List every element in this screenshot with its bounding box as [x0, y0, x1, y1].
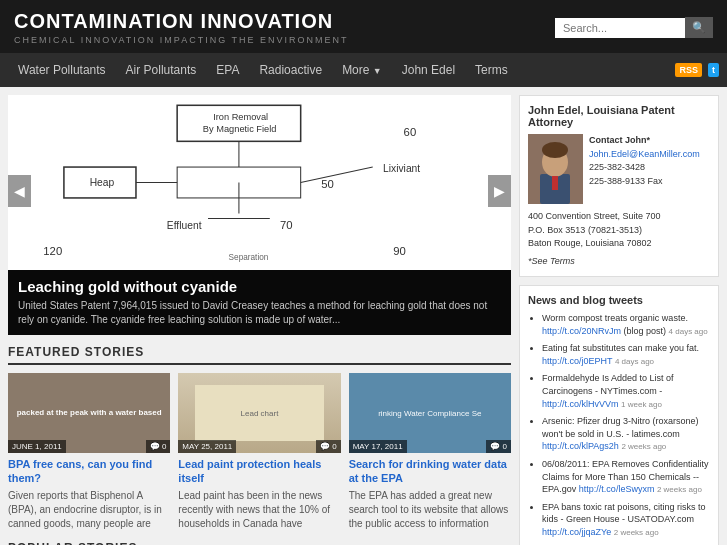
story-card-3: rinking Water Compliance Se MAY 17, 2011…: [349, 373, 511, 531]
news-text: Formaldehyde Is Added to List of Carcino…: [542, 373, 674, 396]
john-phone2: 225-388-9133 Fax: [589, 175, 700, 189]
john-phone1: 225-382-3428: [589, 161, 700, 175]
svg-rect-23: [552, 176, 558, 190]
story-grid: packed at the peak with a water based JU…: [8, 373, 511, 531]
search-button[interactable]: 🔍: [685, 17, 713, 38]
sidebar-john-box: John Edel, Louisiana Patent Attorney: [519, 95, 719, 277]
main-layout: ◀ Iron Removal By Magnetic Field Heap 60…: [0, 87, 727, 545]
search-input[interactable]: [555, 18, 685, 38]
news-age: 2 weeks ago: [621, 442, 666, 451]
slideshow: ◀ Iron Removal By Magnetic Field Heap 60…: [8, 95, 511, 335]
story-card-2: Lead chart MAY 25, 2011 💬 0 Lead paint p…: [178, 373, 340, 531]
news-link[interactable]: http://t.co/j0EPHT: [542, 356, 612, 366]
news-age: 2 weeks ago: [657, 485, 702, 494]
svg-text:70: 70: [280, 219, 293, 231]
news-link[interactable]: http://t.co/jjqaZYe: [542, 527, 611, 537]
story-excerpt-2: Lead paint has been in the news recently…: [178, 489, 340, 531]
john-note: *See Terms: [528, 255, 710, 269]
news-link[interactable]: http://t.co/klPAgs2h: [542, 441, 619, 451]
news-link[interactable]: http://t.co/20NRvJm: [542, 326, 621, 336]
story-thumb-2[interactable]: Lead chart MAY 25, 2011 💬 0: [178, 373, 340, 453]
svg-line-14: [301, 167, 373, 182]
nav-john-edel[interactable]: John Edel: [392, 53, 465, 87]
news-age: 2 weeks ago: [614, 528, 659, 537]
svg-text:Iron Removal: Iron Removal: [213, 112, 268, 122]
news-link[interactable]: http://t.co/klHvVVm: [542, 399, 619, 409]
story-date-3: MAY 17, 2011: [349, 440, 407, 453]
john-profile: Contact John* John.Edel@KeanMiller.com 2…: [528, 134, 710, 204]
news-age: 4 days ago: [669, 327, 708, 336]
story-title-2[interactable]: Lead paint protection heals itself: [178, 457, 340, 486]
slide-next-button[interactable]: ▶: [488, 175, 511, 207]
rss-icon[interactable]: RSS: [675, 63, 702, 77]
john-email[interactable]: John.Edel@KeanMiller.com: [589, 149, 700, 159]
svg-text:60: 60: [404, 126, 417, 138]
story-excerpt-1: Given reports that Bisphenol A (BPA), an…: [8, 489, 170, 531]
news-list: Worm compost treats organic waste. http:…: [528, 312, 710, 545]
news-age: 1 week ago: [621, 400, 662, 409]
site-header: CONTAMINATION INNOVATION CHEMICAL INNOVA…: [0, 0, 727, 53]
list-item: 06/08/2011: EPA Removes Confidentiality …: [542, 458, 710, 496]
john-address2: P.O. Box 3513 (70821-3513): [528, 224, 710, 238]
nav-bar: Water Pollutants Air Pollutants EPA Radi…: [0, 53, 727, 87]
john-contact-label: Contact John*: [589, 134, 700, 148]
lead-chart: Lead chart: [241, 409, 279, 418]
featured-stories-section: FEATURED STORIES packed at the peak with…: [8, 345, 511, 531]
svg-text:Heap: Heap: [90, 177, 115, 188]
nav-more[interactable]: More ▼: [332, 53, 392, 87]
more-dropdown-icon: ▼: [373, 66, 382, 76]
nav-epa[interactable]: EPA: [206, 53, 249, 87]
news-link[interactable]: http://t.co/leSwyxm: [579, 484, 655, 494]
john-address1: 400 Convention Street, Suite 700: [528, 210, 710, 224]
news-text: Arsenic: Pfizer drug 3-Nitro (roxarsone)…: [542, 416, 699, 439]
nav-air-pollutants[interactable]: Air Pollutants: [116, 53, 207, 87]
news-age: 4 days ago: [615, 357, 654, 366]
slide-overlay: Leaching gold without cyanide United Sta…: [8, 270, 511, 335]
svg-text:Lixiviant: Lixiviant: [383, 163, 420, 174]
slide-title: Leaching gold without cyanide: [18, 278, 501, 295]
svg-text:Separation: Separation: [229, 253, 269, 262]
slide-description: United States Patent 7,964,015 issued to…: [18, 299, 501, 327]
svg-text:Effluent: Effluent: [167, 220, 202, 231]
svg-text:90: 90: [393, 245, 406, 257]
news-text: EPA bans toxic rat poisons, citing risks…: [542, 502, 705, 525]
john-avatar-svg: [528, 134, 583, 204]
story-title-1[interactable]: BPA free cans, can you find them?: [8, 457, 170, 486]
popular-heading: POPULAR STORIES: [8, 541, 511, 545]
site-title: CONTAMINATION INNOVATION: [14, 10, 349, 33]
story-date-1: JUNE 1, 2011: [8, 440, 66, 453]
svg-point-22: [542, 142, 568, 158]
diagram-svg: Iron Removal By Magnetic Field Heap 60 5…: [8, 95, 511, 270]
twitter-icon[interactable]: t: [708, 63, 719, 77]
story-comments-2: 💬 0: [316, 440, 341, 453]
content-area: ◀ Iron Removal By Magnetic Field Heap 60…: [8, 95, 511, 545]
sidebar: John Edel, Louisiana Patent Attorney: [519, 95, 719, 545]
slide-prev-button[interactable]: ◀: [8, 175, 31, 207]
list-item: Formaldehyde Is Added to List of Carcino…: [542, 372, 710, 410]
list-item: EPA bans toxic rat poisons, citing risks…: [542, 501, 710, 539]
story-thumb-3[interactable]: rinking Water Compliance Se MAY 17, 2011…: [349, 373, 511, 453]
site-tagline: CHEMICAL INNOVATION IMPACTING THE ENVIRO…: [14, 35, 349, 45]
news-heading: News and blog tweets: [528, 294, 710, 306]
featured-heading: FEATURED STORIES: [8, 345, 511, 365]
nav-water-pollutants[interactable]: Water Pollutants: [8, 53, 116, 87]
john-heading: John Edel, Louisiana Patent Attorney: [528, 104, 710, 128]
svg-text:50: 50: [321, 178, 334, 190]
john-photo: [528, 134, 583, 204]
thumb-text-3: rinking Water Compliance Se: [378, 409, 481, 418]
list-item: Eating fat substitutes can make you fat.…: [542, 342, 710, 367]
news-text: Worm compost treats organic waste.: [542, 313, 688, 323]
popular-stories-section: POPULAR STORIES: [8, 541, 511, 545]
john-city: Baton Rouge, Louisiana 70802: [528, 237, 710, 251]
story-card-1: packed at the peak with a water based JU…: [8, 373, 170, 531]
story-comments-3: 💬 0: [486, 440, 511, 453]
nav-terms[interactable]: Terms: [465, 53, 518, 87]
story-thumb-1[interactable]: packed at the peak with a water based JU…: [8, 373, 170, 453]
news-text: Eating fat substitutes can make you fat.: [542, 343, 699, 353]
nav-radioactive[interactable]: Radioactive: [249, 53, 332, 87]
story-title-3[interactable]: Search for drinking water data at the EP…: [349, 457, 511, 486]
story-date-2: MAY 25, 2011: [178, 440, 236, 453]
svg-text:By Magnetic Field: By Magnetic Field: [203, 124, 277, 134]
nav-links: Water Pollutants Air Pollutants EPA Radi…: [8, 53, 518, 87]
john-info: Contact John* John.Edel@KeanMiller.com 2…: [589, 134, 700, 204]
